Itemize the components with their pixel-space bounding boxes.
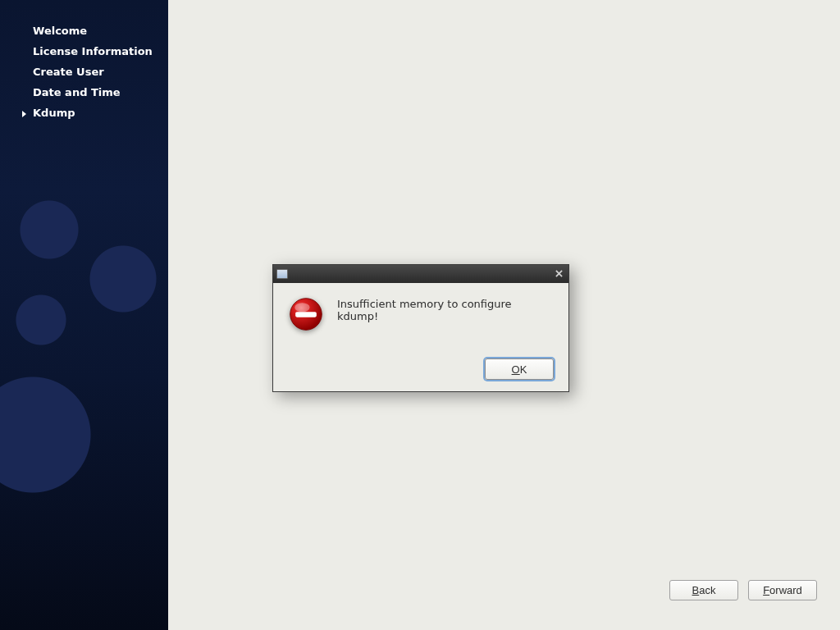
sidebar-item-welcome[interactable]: Welcome [0, 21, 168, 42]
sidebar-item-label: Welcome [33, 25, 87, 37]
back-button[interactable]: Back [669, 580, 738, 600]
footer-buttons: Back Forward [669, 580, 817, 600]
dialog-actions: OK [288, 358, 554, 380]
sidebar-item-kdump[interactable]: Kdump [0, 103, 168, 124]
close-icon[interactable] [554, 268, 564, 279]
window-icon [276, 269, 288, 279]
sidebar-items: Welcome License Information Create User … [0, 0, 168, 123]
sidebar-item-license[interactable]: License Information [0, 42, 168, 62]
ok-mnemonic: O [512, 363, 520, 376]
sidebar-item-label: Kdump [33, 107, 75, 119]
error-dialog: Insufficient memory to configure kdump! … [272, 264, 569, 392]
dialog-body: Insufficient memory to configure kdump! … [273, 283, 568, 391]
back-mnemonic: B [692, 584, 700, 596]
back-label-rest: ack [699, 584, 715, 596]
ok-label-rest: K [520, 363, 527, 376]
sidebar-item-label: Date and Time [33, 86, 121, 98]
dialog-content: Insufficient memory to configure kdump! [288, 296, 554, 332]
forward-button[interactable]: Forward [748, 580, 817, 600]
sidebar-item-label: License Information [33, 45, 153, 57]
sidebar-item-date-time[interactable]: Date and Time [0, 83, 168, 103]
ok-button[interactable]: OK [485, 358, 554, 380]
sidebar: Welcome License Information Create User … [0, 0, 168, 630]
sidebar-item-label: Create User [33, 66, 104, 78]
error-icon [288, 296, 324, 332]
forward-label-rest: orward [769, 584, 802, 596]
forward-mnemonic: F [763, 584, 769, 596]
dialog-titlebar[interactable] [273, 265, 568, 283]
sidebar-item-create-user[interactable]: Create User [0, 62, 168, 83]
svg-rect-2 [295, 312, 317, 317]
dialog-message: Insufficient memory to configure kdump! [337, 296, 554, 322]
svg-point-1 [294, 303, 309, 312]
